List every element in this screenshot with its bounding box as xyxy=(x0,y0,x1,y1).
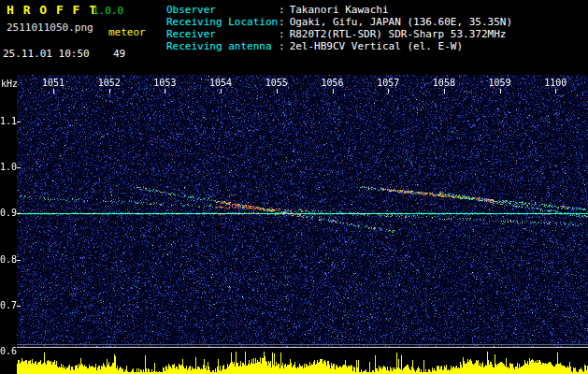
mode-label: meteor xyxy=(108,26,146,38)
info-colon: : xyxy=(279,40,285,52)
header: H R O F F T 1.0.0 2511011050.png meteor … xyxy=(0,0,588,75)
freq-tick-label: 0.8 xyxy=(0,254,14,265)
info-value: 2el-HB9CV Vertical (el. E-W) xyxy=(290,40,463,52)
spectrogram-panel xyxy=(17,75,588,374)
freq-tick-label: 1.0 xyxy=(0,162,14,172)
info-label: Observer xyxy=(166,4,279,16)
app-version: 1.0.0 xyxy=(93,5,123,17)
freq-tick-label: 0.6 xyxy=(0,346,14,356)
info-row: Receiving antenna:2el-HB9CV Vertical (el… xyxy=(166,40,512,52)
freq-tick-label: 0.7 xyxy=(0,300,14,310)
info-row: Receiver:R820T2(RTL-SDR) SDR-Sharp 53.37… xyxy=(166,28,512,40)
info-label: Receiving antenna xyxy=(166,40,279,52)
info-row: Receiving Location:Ogaki, Gifu, JAPAN (1… xyxy=(166,16,512,28)
info-colon: : xyxy=(279,16,285,28)
echo-count: 49 xyxy=(113,48,125,60)
freq-tick-label: 0.9 xyxy=(0,208,14,218)
info-row: Observer:Takanori Kawachi xyxy=(166,4,512,16)
observer-info-table: Observer:Takanori Kawachi Receiving Loca… xyxy=(166,4,512,52)
info-value: Ogaki, Gifu, JAPAN (136.60E, 35.35N) xyxy=(290,16,512,28)
info-value: R820T2(RTL-SDR) SDR-Sharp 53.372MHz xyxy=(290,28,507,40)
spectrogram-canvas xyxy=(17,75,588,374)
info-label: Receiving Location xyxy=(166,16,279,28)
info-colon: : xyxy=(279,28,285,40)
app-title: H R O F F T xyxy=(7,3,97,17)
timestamp: 25.11.01 10:50 xyxy=(3,48,90,60)
output-filename: 2511011050.png xyxy=(7,22,93,34)
freq-tick-label: 1.1 xyxy=(0,116,14,126)
frequency-unit-label: kHz xyxy=(1,79,18,89)
hrofft-screen: H R O F F T 1.0.0 2511011050.png meteor … xyxy=(0,0,588,374)
info-label: Receiver xyxy=(166,28,279,40)
info-colon: : xyxy=(279,4,285,16)
info-value: Takanori Kawachi xyxy=(290,4,389,16)
